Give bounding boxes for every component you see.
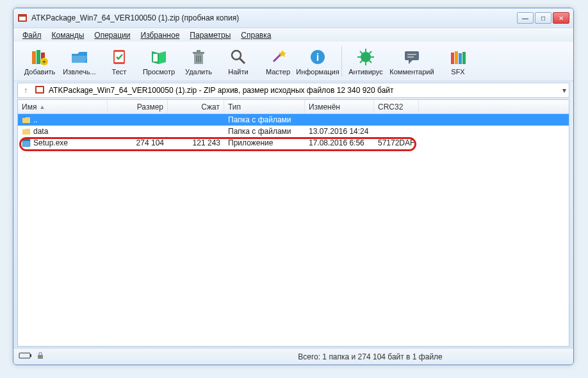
svg-rect-35 [455, 51, 458, 64]
svg-text:i: i [316, 52, 319, 63]
svg-rect-42 [19, 353, 30, 358]
clipboard-check-icon [110, 47, 129, 67]
svg-rect-43 [30, 354, 31, 357]
svg-text:+: + [42, 58, 46, 65]
row-folder[interactable]: data Папка с файлами 13.07.2016 14:24 [18, 126, 569, 137]
col-name[interactable]: Имя▲ [18, 100, 108, 113]
statusbar: Всего: 1 папка и 274 104 байт в 1 файле [13, 348, 573, 365]
col-crc[interactable]: CRC32 [374, 100, 419, 113]
trash-icon [189, 47, 208, 67]
books-icon [448, 47, 468, 67]
nav-up-button[interactable]: ↑ [20, 86, 31, 95]
col-packed[interactable]: Сжат [168, 100, 224, 113]
book-open-icon [149, 47, 168, 67]
column-headers: Имя▲ Размер Сжат Тип Изменён CRC32 [18, 100, 569, 114]
rows-container: .. Папка с файлами data Папка с файлами … [18, 114, 569, 346]
menu-options[interactable]: Параметры [184, 29, 236, 41]
tool-add[interactable]: + Добавить [20, 44, 60, 79]
svg-rect-41 [22, 139, 30, 141]
toolbar-separator [341, 46, 342, 77]
svg-rect-44 [38, 355, 43, 359]
folder-open-icon [70, 47, 89, 67]
menu-help[interactable]: Справка [236, 29, 276, 41]
col-type[interactable]: Тип [224, 100, 305, 113]
menu-file[interactable]: Файл [17, 29, 47, 41]
battery-icon [19, 352, 33, 361]
wand-icon [268, 47, 288, 67]
window-controls: — □ ✕ [517, 12, 569, 24]
tool-info[interactable]: i Информация [298, 44, 338, 79]
svg-line-29 [360, 60, 363, 63]
menubar: Файл Команды Операции Избранное Параметр… [13, 28, 573, 42]
svg-rect-10 [153, 54, 158, 62]
address-dropdown[interactable]: ▾ [562, 86, 566, 95]
app-icon [17, 13, 28, 23]
folder-icon [22, 127, 31, 136]
titlebar[interactable]: ATKPackage_Win7_64_VER100050 (1).zip (пр… [13, 8, 573, 28]
svg-rect-12 [193, 52, 204, 54]
tool-sfx[interactable]: SFX [438, 44, 478, 79]
status-summary: Всего: 1 папка и 274 104 байт в 1 файле [44, 352, 568, 361]
window-title: ATKPackage_Win7_64_VER100050 (1).zip (пр… [31, 13, 517, 22]
file-list: Имя▲ Размер Сжат Тип Изменён CRC32 .. Па… [17, 99, 569, 347]
svg-rect-34 [451, 53, 454, 64]
tool-test[interactable]: Тест [99, 44, 139, 79]
exe-icon [22, 138, 31, 147]
tool-wizard[interactable]: Мастер [258, 44, 298, 79]
tool-antivirus[interactable]: Антивирус [346, 44, 386, 79]
row-file[interactable]: Setup.exe 274 104 121 243 Приложение 17.… [18, 137, 569, 149]
tool-find[interactable]: Найти [218, 44, 258, 79]
minimize-button[interactable]: — [517, 12, 534, 24]
tool-view[interactable]: Просмотр [139, 44, 179, 79]
col-modified[interactable]: Изменён [305, 100, 374, 113]
virus-icon [356, 47, 375, 67]
address-bar[interactable]: ↑ ATKPackage_Win7_64_VER100050 (1).zip -… [17, 83, 569, 98]
sort-asc-icon: ▲ [39, 104, 45, 110]
search-icon [229, 47, 248, 67]
tool-delete[interactable]: Удалить [179, 44, 218, 79]
archive-icon [35, 85, 45, 97]
info-icon: i [308, 47, 327, 67]
svg-rect-3 [32, 51, 36, 64]
svg-rect-13 [197, 50, 200, 52]
lock-icon [37, 352, 44, 361]
books-add-icon: + [30, 47, 49, 67]
tool-comment[interactable]: Комментарий [386, 44, 438, 79]
svg-line-18 [240, 58, 245, 63]
svg-rect-4 [37, 50, 40, 64]
row-parent[interactable]: .. Папка с файлами [18, 114, 569, 126]
svg-rect-36 [459, 53, 462, 64]
main-window: ATKPackage_Win7_64_VER100050 (1).zip (пр… [13, 8, 574, 365]
maximize-button[interactable]: □ [535, 12, 551, 24]
svg-rect-39 [37, 87, 43, 92]
toolbar: + Добавить Извлечь... Тест Просмотр Удал… [13, 42, 573, 81]
address-text: ATKPackage_Win7_64_VER100050 (1).zip - Z… [49, 86, 394, 95]
menu-commands[interactable]: Команды [47, 29, 90, 41]
menu-operations[interactable]: Операции [89, 29, 135, 41]
menu-favorites[interactable]: Избранное [136, 29, 185, 41]
close-button[interactable]: ✕ [553, 12, 569, 24]
svg-rect-31 [405, 51, 419, 60]
svg-line-30 [369, 51, 372, 54]
svg-rect-2 [19, 15, 26, 17]
svg-point-17 [232, 51, 241, 60]
folder-up-icon [22, 115, 31, 124]
svg-rect-37 [462, 52, 466, 64]
col-size[interactable]: Размер [108, 100, 168, 113]
tool-extract[interactable]: Извлечь... [60, 44, 99, 79]
svg-line-28 [369, 60, 372, 63]
comment-icon [402, 47, 421, 67]
svg-line-27 [360, 51, 363, 54]
